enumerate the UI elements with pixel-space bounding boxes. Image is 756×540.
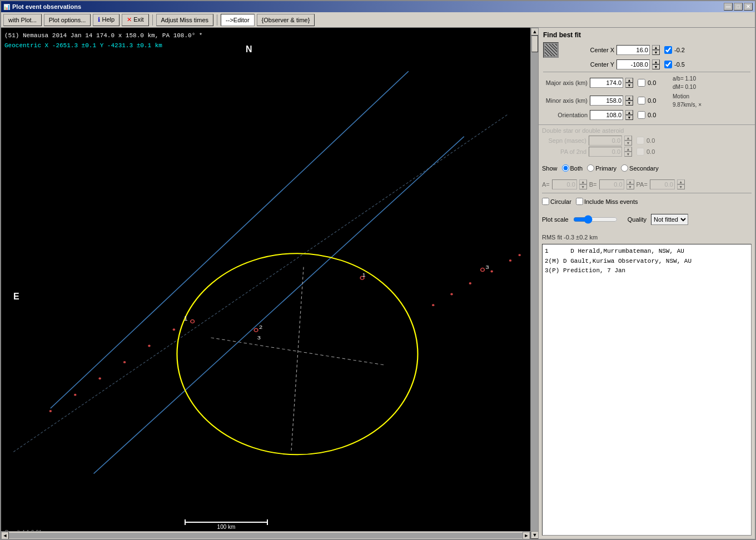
motion-label: Motion: [673, 92, 702, 101]
observer-time-button[interactable]: {Observer & time}: [257, 14, 315, 26]
major-axis-row: Major axis (km) ▲ ▼ 0.0 a/b= 1.10 dM= 0.…: [543, 74, 750, 91]
main-content: (51) Nemausa 2014 Jan 14 174.0 x 158.0 k…: [1, 28, 755, 539]
adjust-miss-button[interactable]: Adjust Miss times: [156, 14, 214, 26]
with-plot-button[interactable]: with Plot...: [3, 14, 42, 26]
sepn-input[interactable]: [589, 136, 622, 146]
svg-point-25: [509, 259, 511, 262]
rms-text: RMS fit -0.3 ±0.2 km: [539, 232, 755, 243]
sepn-adj: 0.0: [646, 137, 666, 144]
major-axis-down[interactable]: ▼: [625, 83, 633, 88]
minor-axis-spinner: ▲ ▼: [625, 96, 633, 106]
svg-point-12: [49, 410, 52, 412]
pa-down: ▼: [624, 152, 632, 157]
scroll-up-button[interactable]: ▲: [531, 28, 538, 36]
orientation-input[interactable]: [590, 110, 623, 120]
show-primary-radio[interactable]: [587, 164, 594, 172]
show-label: Show: [542, 165, 558, 172]
pa-ab-up: ▲: [677, 179, 685, 184]
center-y-adj: -0.5: [674, 61, 694, 68]
scroll-track[interactable]: [531, 36, 538, 531]
sepn-label: Sepn (masec): [542, 137, 586, 144]
center-y-down[interactable]: ▼: [652, 64, 660, 69]
pa-input: [589, 147, 622, 157]
show-secondary-label[interactable]: Secondary: [621, 164, 659, 172]
include-miss-text: Include Miss events: [584, 198, 638, 205]
svg-point-18: [481, 268, 485, 272]
scroll-down-button[interactable]: ▼: [531, 531, 538, 539]
major-axis-input[interactable]: [590, 78, 623, 88]
orientation-checkbox[interactable]: [638, 111, 645, 119]
show-primary-text: Primary: [595, 165, 616, 172]
major-axis-up[interactable]: ▲: [625, 78, 633, 83]
svg-line-2: [13, 115, 507, 452]
center-y-up[interactable]: ▲: [652, 59, 660, 64]
help-button[interactable]: ℹ Help: [93, 14, 120, 26]
plot-options-button[interactable]: Plot options...: [44, 14, 91, 26]
observations-list[interactable]: 1 D Herald,Murrumbateman, NSW, AU 2(M) D…: [542, 244, 752, 536]
quality-select[interactable]: Not fitted: [651, 214, 688, 225]
editor-button[interactable]: -->Editor: [221, 14, 255, 26]
scale-line: [185, 522, 268, 523]
toolbar-separator: [152, 14, 153, 26]
plot-scale-slider[interactable]: [573, 215, 618, 224]
close-button[interactable]: ✕: [744, 3, 753, 11]
svg-point-24: [491, 271, 493, 273]
sepn-up: ▲: [624, 136, 632, 141]
orientation-up[interactable]: ▲: [625, 110, 633, 115]
center-x-down[interactable]: ▼: [652, 50, 660, 55]
center-x-input[interactable]: [616, 45, 650, 55]
scroll-left-button[interactable]: ◄: [1, 532, 9, 539]
b-up: ▲: [626, 179, 634, 184]
minor-axis-down[interactable]: ▼: [625, 101, 633, 106]
plot-scale-section: Plot scale Quality Not fitted: [539, 212, 755, 227]
orientation-adj: 0.0: [648, 112, 667, 118]
pa-label: PA of 2nd: [542, 148, 586, 155]
show-section: Show Both Primary Secondary: [539, 162, 755, 174]
show-secondary-text: Secondary: [629, 165, 659, 172]
major-axis-checkbox[interactable]: [638, 79, 645, 87]
sepn-checkbox: [636, 137, 644, 144]
svg-text:3: 3: [257, 334, 261, 340]
minor-axis-input[interactable]: [590, 96, 623, 106]
main-window: 📊 Plot event observations — □ ✕ with Plo…: [0, 0, 756, 540]
scale-bar: 100 km: [185, 522, 268, 530]
circular-checkbox[interactable]: [542, 198, 549, 205]
b-spinner: ▲ ▼: [626, 179, 634, 189]
center-x-up[interactable]: ▲: [652, 45, 660, 50]
obs-item-2: 2(M) D Gault,Kuriwa Observatory, NSW, AU: [545, 257, 749, 267]
dm-val: dM= 0.10: [673, 83, 696, 91]
svg-line-5: [291, 267, 304, 452]
maximize-button[interactable]: □: [734, 3, 743, 11]
options-section: Circular Include Miss events: [539, 196, 755, 207]
motion-val: 9.87km/s, ×: [673, 101, 702, 109]
minor-axis-checkbox[interactable]: [638, 97, 645, 104]
exit-button[interactable]: ✕ Exit: [122, 14, 148, 26]
center-y-checkbox[interactable]: [664, 61, 672, 68]
obs-item-1: 1 D Herald,Murrumbateman, NSW, AU: [545, 247, 749, 257]
hscroll-track[interactable]: [9, 533, 523, 538]
plot-scale-label: Plot scale: [542, 216, 569, 223]
minimize-button[interactable]: —: [724, 3, 733, 11]
toolbar: with Plot... Plot options... ℹ Help ✕ Ex…: [1, 12, 755, 28]
find-best-fit-section: Find best fit Center X ▲ ▼ -0.2: [539, 28, 755, 125]
show-both-label[interactable]: Both: [562, 164, 583, 172]
center-x-checkbox[interactable]: [664, 46, 672, 54]
scroll-right-button[interactable]: ►: [523, 532, 530, 539]
svg-point-8: [360, 276, 364, 279]
orientation-down[interactable]: ▼: [625, 115, 633, 120]
show-secondary-radio[interactable]: [621, 164, 628, 172]
pa-checkbox: [636, 148, 644, 156]
include-miss-checkbox[interactable]: [576, 198, 583, 205]
minor-axis-up[interactable]: ▲: [625, 96, 633, 101]
find-best-fit-title: Find best fit: [543, 31, 750, 39]
show-both-radio[interactable]: [562, 164, 569, 172]
plot-area[interactable]: (51) Nemausa 2014 Jan 14 174.0 x 158.0 k…: [1, 28, 538, 539]
orientation-label: Orientation: [543, 112, 588, 118]
title-bar-controls: — □ ✕: [724, 3, 753, 11]
show-primary-label[interactable]: Primary: [587, 164, 616, 172]
circular-label[interactable]: Circular: [542, 198, 571, 205]
pa-ab-spinner: ▲ ▼: [677, 179, 685, 189]
include-miss-label[interactable]: Include Miss events: [576, 198, 638, 205]
scroll-thumb[interactable]: [531, 36, 538, 52]
center-y-input[interactable]: [616, 59, 650, 69]
